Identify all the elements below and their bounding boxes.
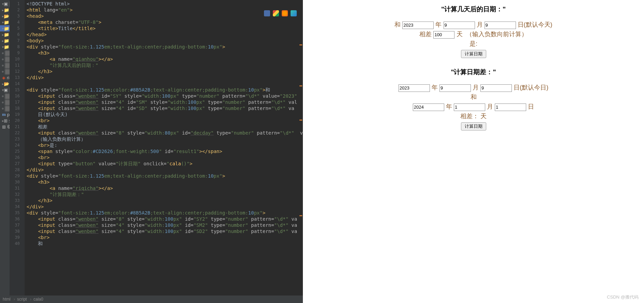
label-day: 日 xyxy=(528,103,534,110)
tree-item[interactable]: ▾📁src xyxy=(0,19,10,25)
label-month: 月 xyxy=(487,103,493,110)
label-year: 年 xyxy=(432,84,438,91)
input-ed[interactable] xyxy=(495,104,526,111)
label-month: 月 xyxy=(473,84,479,91)
input-sd[interactable] xyxy=(485,22,516,29)
breadcrumb-item[interactable]: html xyxy=(3,297,15,302)
tree-item[interactable]: mpom.xml xyxy=(0,111,10,118)
label-and: 和 xyxy=(394,21,401,28)
calc-button-2[interactable]: 计算日期 xyxy=(461,122,486,130)
code-editor[interactable]: 1234567891011121314151617181920212223242… xyxy=(10,0,303,295)
tree-item[interactable]: ▸📂out xyxy=(0,13,10,19)
calc-button-1[interactable]: 计算日期 xyxy=(461,50,486,58)
breadcrumb-item[interactable]: cala0 xyxy=(33,297,43,302)
browser-preview: "计算几天后的日期：" 和 年 月 日(默认今天) 相差 天 （输入负数向前计算… xyxy=(303,0,644,303)
label-month: 月 xyxy=(477,21,483,28)
tree-item[interactable]: ▫████ xyxy=(0,93,10,99)
tree-item[interactable]: ▸📁.idea xyxy=(0,7,10,13)
label-is: 是: xyxy=(470,40,477,47)
tree-item[interactable]: ▫████ xyxy=(0,62,10,68)
form-riqicha: 年 月 日(默认今日) 和 年 月 日 相差： 天 计算日期 xyxy=(303,83,644,130)
minimap[interactable] xyxy=(299,0,303,295)
input-decday[interactable] xyxy=(433,31,454,39)
ide-window: ▾▣████▸📁.idea▸📂out▾📁src▾📁main▸📁java▸📁res… xyxy=(0,0,303,303)
tree-item[interactable]: ▫████ xyxy=(0,68,10,74)
form-qianhou: 和 年 月 日(默认今天) 相差 天 （输入负数向前计算） 是: 计算日期 xyxy=(303,20,644,58)
heading-riqicha: "计算日期差：" xyxy=(303,68,644,77)
heading-qianhou: "计算几天后的日期：" xyxy=(303,5,644,14)
tree-item[interactable]: ▫████ xyxy=(0,50,10,56)
label-tian: 天 xyxy=(457,31,463,38)
label-diff-result: 相差： 天 xyxy=(460,113,487,120)
gutter: 1234567891011121314151617181920212223242… xyxy=(10,0,25,295)
label-day-default2: 日(默认今日) xyxy=(514,84,548,91)
input-sd2[interactable] xyxy=(480,84,512,92)
tree-item[interactable]: ◈riqijisuanqi.html xyxy=(0,74,10,81)
project-tree[interactable]: ▾▣████▸📁.idea▸📂out▾📁src▾📁main▸📁java▸📁res… xyxy=(0,0,10,295)
tree-item[interactable]: ▫████ xyxy=(0,99,10,105)
code-body[interactable]: <!DOCTYPE html><html lang="en"><head> <m… xyxy=(25,0,303,295)
tree-item[interactable]: ▸📁resources xyxy=(0,38,10,44)
tree-item[interactable]: ▾📁main xyxy=(0,25,10,31)
label-and: 和 xyxy=(471,94,477,100)
tree-item[interactable]: ▾▣████ xyxy=(0,1,10,7)
watermark: CSDN @搬代码 xyxy=(607,294,639,300)
tree-item[interactable]: ▫████ xyxy=(0,105,10,111)
label-hint: （输入负数向前计算） xyxy=(466,31,528,38)
code-area: 1234567891011121314151617181920212223242… xyxy=(10,0,303,295)
input-sm2[interactable] xyxy=(439,84,471,92)
tree-item[interactable]: ▾▣████ xyxy=(0,87,10,93)
tree-item[interactable]: ⊞临时文件和控制台 xyxy=(0,124,10,130)
tree-item[interactable]: ▾📁webapp xyxy=(0,44,10,50)
label-day-default: 日(默认今天) xyxy=(518,21,552,28)
tree-item[interactable]: ▸📁java xyxy=(0,31,10,38)
input-sm[interactable] xyxy=(444,22,475,29)
input-em[interactable] xyxy=(454,104,485,111)
label-year: 年 xyxy=(446,103,452,110)
tree-item[interactable]: ▸⊞外部库 xyxy=(0,118,10,124)
input-sy[interactable] xyxy=(402,22,434,29)
ide-main: ▾▣████▸📁.idea▸📂out▾📁src▾📁main▸📁java▸📁res… xyxy=(0,0,303,295)
label-year: 年 xyxy=(435,21,442,28)
tree-item[interactable]: ▫████ xyxy=(0,56,10,62)
tree-item[interactable]: ▸📂target xyxy=(0,81,10,87)
label-diff: 相差 xyxy=(419,31,432,38)
breadcrumb-item[interactable]: script xyxy=(17,297,31,302)
breadcrumb[interactable]: htmlscriptcala0 xyxy=(0,295,303,303)
input-ey[interactable] xyxy=(413,104,444,111)
input-sy2[interactable] xyxy=(398,84,430,92)
